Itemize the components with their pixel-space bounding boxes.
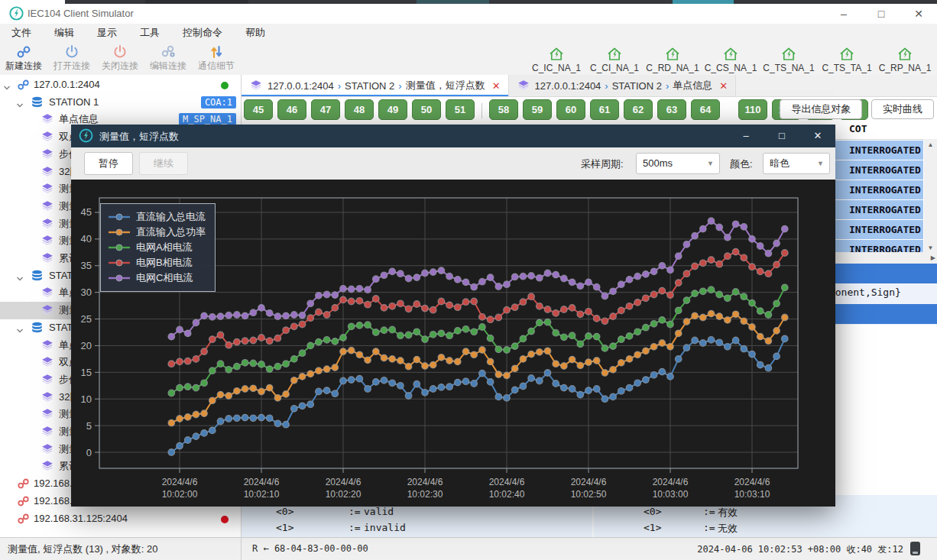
open-connection-button[interactable]: 打开连接 bbox=[48, 43, 96, 74]
scroll-right-icon[interactable]: ▶ bbox=[931, 252, 935, 264]
io-address-toolbar: 4546474849505158596061626364110111112113… bbox=[242, 97, 937, 121]
info-layers-icon bbox=[41, 391, 54, 404]
io-address-button-63[interactable]: 63 bbox=[657, 99, 686, 120]
connection-plug-icon bbox=[17, 79, 30, 91]
dialog-maximize-button[interactable]: □ bbox=[770, 128, 793, 144]
io-address-button-47[interactable]: 47 bbox=[311, 99, 340, 120]
legend-item-电网A相电流[interactable]: 电网A相电流 bbox=[108, 240, 206, 255]
svg-text:2024/4/6: 2024/4/6 bbox=[162, 477, 198, 487]
menu-item-1[interactable]: 文件 bbox=[0, 26, 43, 40]
command-button-C_CS_NA_1[interactable]: C_CS_NA_1 bbox=[702, 43, 760, 74]
legend-item-直流输入总功率[interactable]: 直流输入总功率 bbox=[108, 225, 206, 240]
command-button-C_TS_NA_1[interactable]: C_TS_NA_1 bbox=[760, 43, 818, 74]
breadcrumb-segment: 测量值，短浮点数 bbox=[406, 79, 485, 92]
sidebar-item-192-168-31-125-2404[interactable]: 192.168.31.125:2404 bbox=[0, 510, 241, 528]
definition-row: <1>:=无效 bbox=[594, 522, 937, 536]
menu-item-6[interactable]: 帮助 bbox=[234, 26, 277, 40]
sample-period-select[interactable]: 500ms▼ bbox=[636, 153, 720, 174]
command-button-C_RP_NA_1[interactable]: C_RP_NA_1 bbox=[876, 43, 934, 74]
legend-item-电网B相电流[interactable]: 电网B相电流 bbox=[108, 255, 206, 270]
svg-text:15: 15 bbox=[81, 367, 92, 378]
info-layers-icon bbox=[41, 426, 54, 439]
dialog-title-bar: 测量值，短浮点数 – □ ✕ bbox=[71, 125, 835, 147]
resume-button[interactable]: 继续 bbox=[139, 152, 188, 175]
house-bolt-icon bbox=[780, 46, 797, 63]
info-layers-icon bbox=[517, 79, 530, 92]
io-address-button-61[interactable]: 61 bbox=[590, 99, 619, 120]
svg-text:20: 20 bbox=[81, 340, 92, 351]
house-bolt-icon bbox=[896, 46, 913, 63]
power-icon bbox=[64, 44, 79, 60]
close-button[interactable]: ✕ bbox=[906, 5, 932, 23]
status-selection-info: 测量值, 短浮点数 (13) , 对象数: 20 bbox=[8, 542, 157, 556]
io-address-button-49[interactable]: 49 bbox=[378, 99, 407, 120]
menu-item-4[interactable]: 工具 bbox=[128, 26, 171, 40]
command-button-C_RD_NA_1[interactable]: C_RD_NA_1 bbox=[644, 43, 702, 74]
connection-plug-icon bbox=[17, 477, 30, 490]
menu-item-3[interactable]: 显示 bbox=[86, 26, 128, 40]
io-address-button-50[interactable]: 50 bbox=[412, 99, 441, 120]
svg-text:40: 40 bbox=[81, 233, 92, 244]
io-address-button-51[interactable]: 51 bbox=[446, 99, 475, 120]
tab-close-icon[interactable]: ✕ bbox=[492, 80, 501, 92]
realtime-curve-button[interactable]: 实时曲线 bbox=[871, 99, 934, 119]
io-address-button-62[interactable]: 62 bbox=[624, 99, 653, 120]
command-button-C_TS_TA_1[interactable]: C_TS_TA_1 bbox=[818, 43, 876, 74]
minimize-button[interactable]: – bbox=[831, 5, 857, 23]
dialog-close-button[interactable]: ✕ bbox=[806, 128, 829, 144]
command-button-C_CI_NA_1[interactable]: C_CI_NA_1 bbox=[585, 43, 644, 74]
chart-legend[interactable]: 直流输入总电流直流输入总功率电网A相电流电网B相电流电网C相电流 bbox=[100, 203, 216, 292]
status-time-counters: 2024-04-06 10:02:53 +08:00 收:40 发:12 bbox=[697, 543, 903, 556]
io-address-button-110[interactable]: 110 bbox=[738, 99, 767, 120]
svg-text:10:03:00: 10:03:00 bbox=[653, 489, 689, 500]
io-address-button-48[interactable]: 48 bbox=[345, 99, 374, 120]
svg-text:10:02:40: 10:02:40 bbox=[489, 489, 525, 500]
green-status-dot bbox=[221, 82, 229, 89]
io-address-button-60[interactable]: 60 bbox=[556, 99, 585, 120]
export-objects-button[interactable]: 导出信息对象 bbox=[780, 99, 862, 119]
legend-item-电网C相电流[interactable]: 电网C相电流 bbox=[108, 270, 206, 286]
legend-label: 电网C相电流 bbox=[136, 271, 193, 285]
io-address-button-59[interactable]: 59 bbox=[523, 99, 552, 120]
plug-icon bbox=[15, 44, 32, 60]
close-connection-button[interactable]: 关闭连接 bbox=[96, 43, 144, 74]
pause-button[interactable]: 暂停 bbox=[84, 152, 133, 175]
menu-item-2[interactable]: 编辑 bbox=[43, 26, 86, 40]
tab-1[interactable]: 127.0.0.1:2404›STATION 2›测量值，短浮点数✕ bbox=[242, 75, 509, 96]
command-button-C_IC_NA_1[interactable]: C_IC_NA_1 bbox=[527, 43, 585, 74]
command-button-bar: C_IC_NA_1C_CI_NA_1C_RD_NA_1C_CS_NA_1C_TS… bbox=[527, 43, 934, 74]
breadcrumb-separator: › bbox=[398, 80, 401, 92]
dialog-minimize-button[interactable]: – bbox=[734, 128, 757, 144]
legend-label: 电网B相电流 bbox=[136, 256, 193, 270]
svg-text:2024/4/6: 2024/4/6 bbox=[734, 477, 770, 487]
maximize-button[interactable]: □ bbox=[868, 5, 894, 23]
io-address-button-46[interactable]: 46 bbox=[277, 99, 306, 120]
sidebar-item-STATION-1[interactable]: STATION 1COA:1 bbox=[0, 94, 241, 112]
color-theme-select[interactable]: 暗色▼ bbox=[763, 153, 830, 174]
edit-connection-button[interactable]: 编辑连接 bbox=[144, 43, 192, 74]
svg-text:0: 0 bbox=[86, 447, 92, 458]
info-layers-icon bbox=[41, 443, 54, 456]
tab-2[interactable]: 127.0.0.1:2404›STATION 2›单点信息✕ bbox=[509, 75, 737, 96]
chevron-down-icon bbox=[16, 275, 24, 283]
new-connection-button[interactable]: 新建连接 bbox=[0, 43, 47, 74]
house-bolt-icon bbox=[606, 46, 623, 63]
sidebar-item-127-0-0-1-2404[interactable]: 127.0.0.1:2404 bbox=[0, 76, 241, 94]
svg-text:2024/4/6: 2024/4/6 bbox=[407, 477, 443, 487]
io-address-button-64[interactable]: 64 bbox=[691, 99, 720, 120]
communication-detail-button[interactable]: 通信细节 bbox=[193, 43, 240, 74]
color-theme-label: 颜色: bbox=[730, 157, 753, 171]
tab-close-icon[interactable]: ✕ bbox=[719, 80, 728, 92]
scroll-up-icon[interactable]: ▲ bbox=[924, 139, 937, 151]
vertical-scrollbar[interactable]: ▲ ▼ bbox=[924, 139, 937, 254]
info-layers-icon bbox=[41, 252, 54, 265]
breadcrumb-segment: 127.0.0.1:2404 bbox=[535, 80, 601, 92]
chevron-down-icon: ▼ bbox=[707, 154, 714, 173]
updown-arrows-icon bbox=[209, 44, 224, 60]
io-address-button-45[interactable]: 45 bbox=[244, 99, 273, 120]
svg-text:10: 10 bbox=[81, 393, 92, 405]
legend-item-直流输入总电流[interactable]: 直流输入总电流 bbox=[108, 209, 206, 225]
document-tab-bar: 127.0.0.1:2404›STATION 2›测量值，短浮点数✕127.0.… bbox=[242, 75, 937, 97]
io-address-button-58[interactable]: 58 bbox=[489, 99, 518, 120]
menu-item-5[interactable]: 控制命令 bbox=[171, 26, 234, 40]
